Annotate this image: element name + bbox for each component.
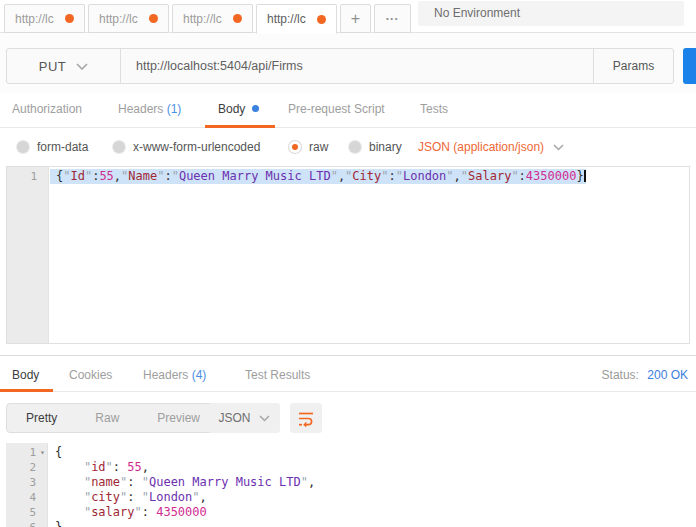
request-tab-label: http://lc — [267, 12, 306, 26]
chevron-down-icon — [259, 415, 270, 422]
status-label: Status: — [602, 368, 639, 382]
response-language-dropdown[interactable]: JSON — [208, 403, 280, 433]
tab-headers[interactable]: Headers (1) — [118, 102, 181, 116]
editor-gutter — [7, 167, 49, 343]
response-language-label: JSON — [218, 411, 250, 425]
request-tab-2[interactable]: http://lc — [88, 4, 169, 33]
unsaved-changes-dot-icon — [149, 14, 158, 23]
response-headers-label: Headers — [143, 368, 188, 382]
request-body-code: 1{"Id":55,"Name":"Queen Marry Music LTD"… — [7, 169, 689, 184]
response-tab-cookies[interactable]: Cookies — [69, 368, 112, 382]
radio-urlencoded[interactable]: x-www-form-urlencoded — [113, 140, 260, 154]
request-tab-label: http://lc — [183, 12, 222, 26]
more-tabs-button[interactable]: ••• — [374, 4, 411, 33]
ellipsis-icon: ••• — [386, 14, 399, 23]
status-value[interactable]: 200 OK — [647, 368, 688, 382]
wrap-text-button[interactable] — [290, 403, 322, 433]
request-body-editor[interactable]: 1{"Id":55,"Name":"Queen Marry Music LTD"… — [6, 166, 690, 344]
radio-icon — [349, 141, 361, 153]
tab-authorization[interactable]: Authorization — [12, 102, 82, 116]
headers-count-badge: (1) — [167, 102, 182, 116]
request-url-section: PUT http://localhost:5404/api/Firms Para… — [0, 33, 696, 93]
radio-raw[interactable]: raw — [289, 140, 328, 154]
url-input[interactable]: http://localhost:5404/api/Firms — [121, 49, 593, 83]
radio-selected-icon — [289, 141, 301, 153]
response-toolbar: Pretty Raw Preview JSON — [0, 392, 696, 443]
unsaved-changes-dot-icon — [233, 14, 242, 23]
radio-label: raw — [309, 140, 328, 154]
request-tab-label: http://lc — [15, 12, 54, 26]
radio-icon — [17, 141, 29, 153]
request-subtabs: Authorization Headers (1) Body Pre-reque… — [0, 93, 696, 128]
response-tab-test-results[interactable]: Test Results — [245, 368, 310, 382]
response-tab-headers[interactable]: Headers (4) — [143, 368, 206, 382]
radio-label: binary — [369, 140, 402, 154]
tab-headers-label: Headers — [118, 102, 163, 116]
raw-button[interactable]: Raw — [76, 404, 138, 432]
request-tab-strip: http://lc http://lc http://lc http://lc … — [4, 4, 411, 34]
pretty-button[interactable]: Pretty — [7, 404, 76, 432]
request-url-group: PUT http://localhost:5404/api/Firms Para… — [6, 48, 674, 84]
request-tab-1[interactable]: http://lc — [4, 4, 85, 33]
tab-body-label: Body — [218, 102, 245, 116]
wrap-text-icon — [297, 410, 315, 427]
send-button[interactable] — [683, 48, 696, 84]
content-type-dropdown[interactable]: JSON (application/json) — [418, 140, 564, 154]
params-button[interactable]: Params — [593, 49, 673, 83]
request-tab-label: http://lc — [99, 12, 138, 26]
tab-pre-request-script[interactable]: Pre-request Script — [288, 102, 385, 116]
preview-button[interactable]: Preview — [138, 404, 219, 432]
tab-tests[interactable]: Tests — [420, 102, 448, 116]
chevron-down-icon — [76, 63, 88, 70]
environment-selector[interactable]: No Environment — [418, 1, 684, 26]
response-headers-count-badge: (4) — [192, 368, 207, 382]
request-tab-4-active[interactable]: http://lc — [256, 4, 337, 34]
response-tab-body[interactable]: Body — [12, 368, 39, 382]
method-label: PUT — [39, 59, 67, 74]
response-view-switcher: Pretty Raw Preview — [6, 403, 220, 433]
body-modified-dot-icon — [252, 105, 259, 112]
radio-form-data[interactable]: form-data — [17, 140, 88, 154]
environment-selected-label: No Environment — [434, 6, 520, 20]
response-body-editor[interactable]: 1▾{2 "id": 55,3 "name": "Queen Marry Mus… — [6, 443, 696, 527]
unsaved-changes-dot-icon — [317, 15, 326, 24]
tab-bar: http://lc http://lc http://lc http://lc … — [0, 0, 696, 33]
request-tab-3[interactable]: http://lc — [172, 4, 253, 33]
response-tabs: Body Cookies Headers (4) Test Results St… — [0, 355, 696, 392]
body-type-options: form-data x-www-form-urlencoded raw bina… — [0, 128, 696, 166]
radio-icon — [113, 141, 125, 153]
response-body-code: 1▾{2 "id": 55,3 "name": "Queen Marry Mus… — [6, 445, 696, 527]
plus-icon: + — [351, 10, 360, 28]
radio-label: form-data — [37, 140, 88, 154]
status-indicator: Status: 200 OK — [602, 368, 688, 382]
unsaved-changes-dot-icon — [65, 14, 74, 23]
method-dropdown[interactable]: PUT — [7, 49, 121, 83]
tab-body[interactable]: Body — [218, 102, 259, 116]
radio-label: x-www-form-urlencoded — [133, 140, 260, 154]
chevron-down-icon — [553, 144, 564, 151]
content-type-label: JSON (application/json) — [418, 140, 544, 154]
radio-binary[interactable]: binary — [349, 140, 402, 154]
new-tab-button[interactable]: + — [340, 4, 371, 33]
